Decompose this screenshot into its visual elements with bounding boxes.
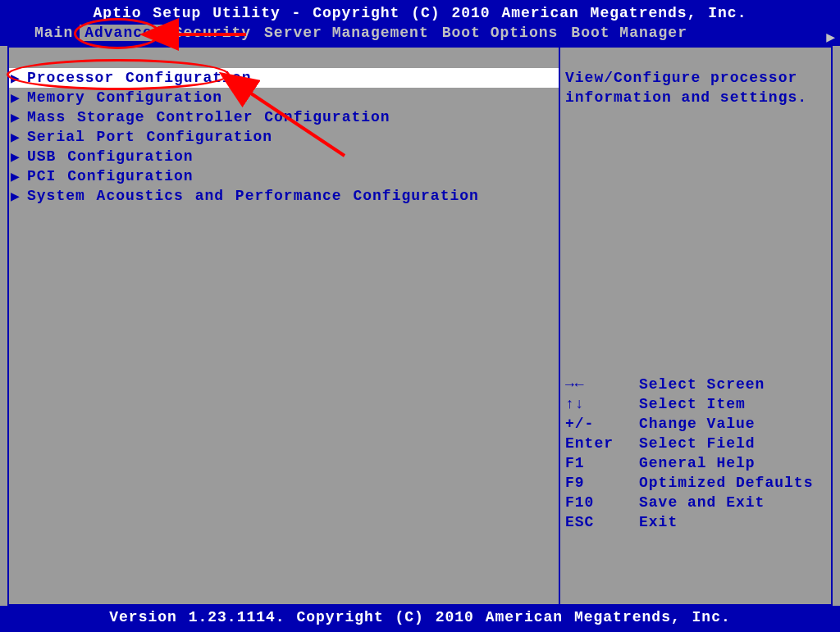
key-row: F10Save and Exit [565, 494, 826, 514]
key-action: Select Field [639, 435, 756, 455]
key-action: Optimized Defaults [639, 475, 813, 494]
key-name: F9 [565, 475, 639, 494]
header-bar: Aptio Setup Utility - Copyright (C) 2010… [0, 0, 840, 46]
key-legend: →←Select Screen ↑↓Select Item +/-Change … [565, 376, 826, 604]
tab-boot-options[interactable]: Boot Options [436, 25, 565, 41]
submenu-arrow-icon: ▶ [11, 89, 27, 107]
help-line: View/Configure processor [565, 68, 826, 88]
tab-boot-manager[interactable]: Boot Manager [564, 25, 694, 41]
submenu-arrow-icon: ▶ [11, 128, 27, 146]
key-row: →←Select Screen [565, 376, 826, 396]
key-row: +/-Change Value [565, 416, 826, 435]
menu-serial-port-configuration[interactable]: ▶ Serial Port Configuration [9, 127, 559, 147]
submenu-arrow-icon: ▶ [11, 187, 27, 205]
key-name: F1 [565, 455, 639, 475]
content-frame: ▶ Processor Configuration ▶ Memory Confi… [7, 46, 833, 606]
scroll-right-icon[interactable]: ▶ [826, 28, 835, 46]
key-name: Enter [565, 435, 639, 455]
spacer [565, 107, 826, 376]
key-action: General Help [639, 455, 756, 475]
menu-item-label: System Acoustics and Performance Configu… [27, 188, 479, 204]
submenu-arrow-icon: ▶ [11, 148, 27, 166]
menu-pci-configuration[interactable]: ▶ PCI Configuration [9, 166, 559, 186]
key-action: Change Value [639, 416, 756, 435]
tab-bar: Main Advanced Security Server Management… [0, 21, 840, 41]
submenu-arrow-icon: ▶ [11, 69, 27, 87]
bios-title: Aptio Setup Utility - Copyright (C) 2010… [0, 0, 840, 21]
menu-memory-configuration[interactable]: ▶ Memory Configuration [9, 88, 559, 107]
key-action: Exit [639, 514, 678, 534]
menu-item-label: PCI Configuration [27, 168, 194, 184]
help-pane: View/Configure processor information and… [560, 48, 831, 604]
submenu-arrow-icon: ▶ [11, 167, 27, 185]
footer-bar: Version 1.23.1114. Copyright (C) 2010 Am… [0, 606, 840, 632]
menu-item-label: USB Configuration [27, 148, 194, 165]
key-action: Select Screen [639, 376, 765, 396]
key-name: +/- [565, 416, 639, 435]
help-text: View/Configure processor information and… [565, 68, 826, 107]
key-row: ↑↓Select Item [565, 396, 826, 416]
key-row: F9Optimized Defaults [565, 475, 826, 494]
menu-usb-configuration[interactable]: ▶ USB Configuration [9, 147, 559, 166]
menu-mass-storage-configuration[interactable]: ▶ Mass Storage Controller Configuration [9, 107, 559, 127]
tab-advanced[interactable]: Advanced [80, 25, 167, 41]
tab-main[interactable]: Main [28, 25, 80, 41]
key-name: F10 [565, 494, 639, 514]
key-name: ↑↓ [565, 396, 639, 416]
tab-security[interactable]: Security [167, 25, 258, 41]
tab-server-management[interactable]: Server Management [258, 25, 436, 41]
key-row: ESCExit [565, 514, 826, 534]
key-action: Save and Exit [639, 494, 765, 514]
menu-item-label: Serial Port Configuration [27, 129, 272, 145]
key-row: EnterSelect Field [565, 435, 826, 455]
key-action: Select Item [639, 396, 746, 416]
key-name: ESC [565, 514, 639, 534]
menu-item-label: Mass Storage Controller Configuration [27, 109, 390, 125]
help-line: information and settings. [565, 88, 826, 107]
menu-system-acoustics-configuration[interactable]: ▶ System Acoustics and Performance Confi… [9, 186, 559, 206]
menu-pane: ▶ Processor Configuration ▶ Memory Confi… [9, 48, 560, 604]
bios-screen: Aptio Setup Utility - Copyright (C) 2010… [0, 0, 840, 632]
key-row: F1General Help [565, 455, 826, 475]
menu-item-label: Processor Configuration [27, 70, 251, 86]
footer-text: Version 1.23.1114. Copyright (C) 2010 Am… [109, 609, 731, 625]
menu-item-label: Memory Configuration [27, 89, 222, 106]
submenu-arrow-icon: ▶ [11, 108, 27, 126]
key-name: →← [565, 376, 639, 396]
menu-processor-configuration[interactable]: ▶ Processor Configuration [9, 68, 559, 88]
